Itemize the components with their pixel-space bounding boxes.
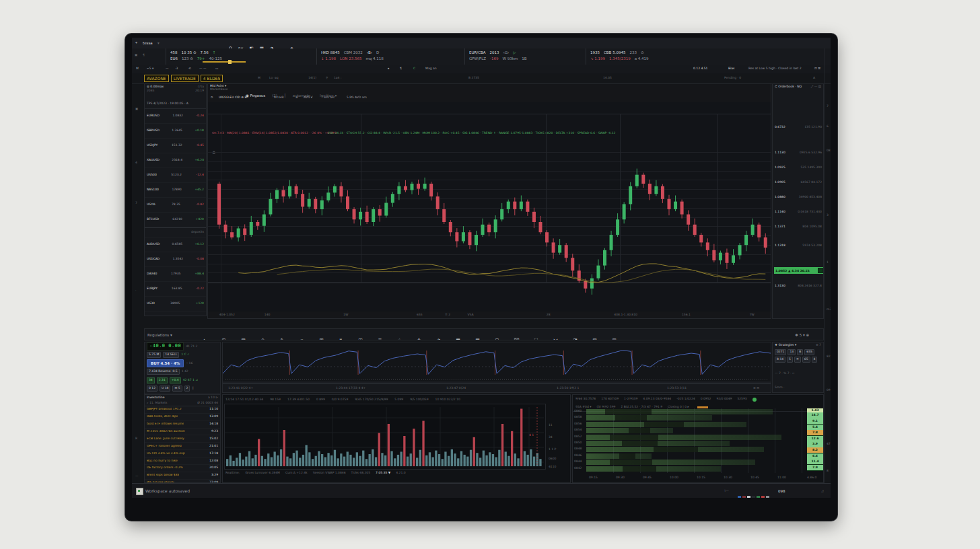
toolbar-token[interactable]: ▭ (215, 67, 218, 71)
watchlist-row[interactable]: USDJPY151.32-0.45 (145, 139, 206, 153)
watchlist-row[interactable]: US3038905+120 (145, 297, 206, 312)
tool-icon[interactable]: ◔ (429, 338, 448, 340)
watchlist-row[interactable]: EURUSD1.0832-0.24 (145, 109, 206, 124)
chart-plot-area[interactable]: On 7.03 · MA(20) 1.0841 · ENV(14) 1.0852… (208, 102, 771, 312)
news-row[interactable]: ECB Lane: June cut likely15:02 (145, 435, 220, 443)
lot-button[interactable]: 5.75 M (147, 352, 161, 358)
tool-icon[interactable]: ✚ (409, 338, 429, 340)
toolbar-token[interactable]: Mag an (425, 67, 437, 71)
slider-knob[interactable] (228, 60, 232, 64)
tool-icon[interactable]: ▤ (234, 338, 253, 340)
rail-glyph[interactable]: 4 (135, 161, 137, 165)
ticket-price-cell[interactable]: 2.31 (157, 377, 168, 383)
toolbar-token[interactable]: C (413, 67, 415, 71)
brand-caret-icon[interactable]: ▾ (158, 41, 160, 45)
toolbar-token[interactable]: ⊟ ⊠ (814, 67, 820, 71)
range-slider[interactable] (203, 61, 246, 63)
toolbar-token[interactable]: ⟲ (188, 67, 191, 71)
chart-toolbar-token[interactable]: ⟳ (211, 96, 213, 100)
ticket-preset-3[interactable]: ⊟ 5 (172, 386, 182, 392)
mini-button[interactable]: 5 (787, 357, 793, 363)
orderbook-row[interactable]: 1.090564567 84.172 (775, 181, 822, 184)
news-row[interactable]: Brent slips below $833:29 (145, 472, 220, 480)
tool-icon[interactable]: ⟐ (253, 338, 273, 340)
rail-glyph[interactable]: ▣ (135, 108, 138, 111)
watchlist-row[interactable]: EURJPY163.85-0.22 (145, 282, 206, 297)
mini-button[interactable]: 4 (812, 357, 818, 363)
news-row[interactable]: Gold ETF inflows resume14:18 (145, 421, 220, 429)
orderbook-row[interactable]: 1.11400.0418 731.430 (775, 211, 822, 214)
tick-chart-panel[interactable] (222, 342, 771, 383)
news-row[interactable]: RBA holds, AUD dips13:09 (145, 414, 220, 421)
news-filter[interactable]: ⌕ 11. Markets (147, 402, 167, 405)
green-status-dot[interactable] (753, 398, 757, 402)
tool-icon[interactable]: ↯ (331, 338, 351, 340)
mini-button[interactable]: B (797, 349, 803, 355)
news-row[interactable]: M 2355 30A27bn auction9:23 (145, 429, 220, 436)
tool-icon[interactable]: ⛶ (526, 338, 546, 340)
tool-icon[interactable]: ⌧ (507, 338, 526, 340)
quote-group[interactable]: HKD 8845CBM 2032‹B›D↓ 1.198LON 23.565mq … (316, 48, 464, 65)
ticket-preset-4[interactable]: 2 (184, 386, 190, 392)
news-row[interactable]: GBPJPY breakout 191.211:10 (145, 406, 220, 414)
quote-group[interactable]: EUR/CBA2013‹G›▷GPW/PLZ-169W 93km1B (464, 48, 586, 65)
chart-toolbar-token[interactable]: sev asc (324, 96, 335, 100)
timebar-buttons[interactable]: ⊕ ⊟ (753, 387, 759, 390)
quote-group[interactable]: 1935CBB 5.0945233⊙↘ 1.1991.345/2319a 4.4… (586, 48, 828, 65)
current-price-box[interactable] (818, 268, 823, 273)
tool-icon[interactable]: ⊡ (487, 338, 507, 340)
toolbar-token[interactable]: ¶ (400, 67, 402, 71)
rail-glyph[interactable]: — (135, 475, 139, 478)
orderbook-row[interactable]: 1.3130804.2416 327.8 (775, 285, 822, 288)
rail-glyph[interactable]: · (135, 289, 136, 293)
mini-button[interactable]: 65 (802, 357, 810, 363)
news-row[interactable]: BoJ: no hurry to hike12:08 (145, 458, 220, 465)
tool-icon[interactable]: ▧ (585, 338, 604, 340)
ticket-preset-2[interactable]: U 18 (160, 386, 170, 392)
chart-toolbar-token[interactable]: U0233-EU CID ⊕ B (219, 96, 247, 100)
mini-button[interactable]: 77 (798, 392, 806, 393)
news-row[interactable]: US CPI 3.4% vs 3.4% exp17:18 (145, 450, 220, 458)
watchlist-row[interactable]: AUDUSD0.6585+0.12 (145, 237, 206, 252)
workspace-tab[interactable]: LIVETRADE (171, 75, 199, 82)
orderbook-row[interactable]: 1.11300925.6 532.96 (775, 151, 822, 155)
volume-plot[interactable]: 4 1 (224, 404, 546, 470)
rail-glyph[interactable]: R (135, 437, 137, 441)
buy-button[interactable]: BUY 4.54 · 4% (147, 359, 184, 367)
tool-icon[interactable]: ◫ (351, 338, 370, 340)
tool-icon[interactable]: ⌗ (292, 338, 312, 340)
toolbar-token[interactable]: Bias (728, 67, 734, 71)
resize-grip-icon[interactable]: ◿ (821, 490, 823, 493)
news-row[interactable]: DE factory orders -0.2%20:05 (145, 465, 220, 472)
chart-toolbar-token[interactable]: 5 PG AVD am (347, 96, 367, 100)
orderbook-toolbar-icons[interactable]: ⤢ — ▤ (811, 85, 821, 89)
tool-icon[interactable]: ⌾ (390, 338, 409, 340)
ticket-offset-cell[interactable]: +0.4 (170, 377, 181, 383)
rail-glyph[interactable]: 7 (135, 202, 137, 205)
watchlist-row[interactable]: XAUUSD2318.4+6.20 (145, 153, 206, 168)
regulations-dropdown[interactable]: Regulations ▾ (147, 333, 172, 337)
tool-icon[interactable]: ⋈ (546, 338, 565, 340)
orderbook-row[interactable]: 0.6732135 121.90 (775, 126, 822, 129)
tool-icon[interactable]: ⊞ (214, 338, 234, 340)
toolbar-token[interactable]: ⏺ (388, 67, 389, 71)
mini-button[interactable]: ≡ (794, 357, 801, 363)
quote-group[interactable]: 45810 35 ⊙7.56↑EU6123 ⊖79+40-125 (166, 48, 316, 65)
workspace-tab[interactable]: AVAZONE (144, 75, 169, 82)
tick-chart-time-bar[interactable]: 1:23:41 0(22 4+1:23:44 17(33 4 4+1:23:47… (222, 383, 771, 393)
tool-icon[interactable]: ⬒ (448, 338, 468, 340)
orderbook-row[interactable]: 1.1371804 1095.08 (775, 225, 822, 229)
orderbook-row[interactable]: 1.088034900 853.408 (775, 196, 822, 199)
toolbar-token[interactable]: M (136, 67, 139, 71)
reverse-button[interactable]: 7.434 Reverse -0.5 (147, 369, 180, 375)
mini-panel-actions[interactable]: ⊕ 7 (816, 344, 821, 347)
orderbook-row[interactable]: 1.13185974 53.208 (775, 244, 822, 248)
mini-button[interactable]: 8:14 (775, 357, 785, 363)
toolbar-token[interactable]: 0.12 4.51 (693, 67, 707, 71)
toolbar-token[interactable]: ⌐5 ▾ (147, 67, 153, 71)
workspace-tab[interactable]: 4 BLD65 (201, 75, 223, 82)
watchlist-row[interactable]: USOIL78.35-0.82 (145, 198, 206, 213)
chart-toolbar-token[interactable]: RO HR (274, 96, 284, 100)
watchlist-row[interactable]: NAS10017890+45.2 (145, 183, 206, 198)
toolbar-token[interactable]: ·3 (175, 67, 178, 71)
